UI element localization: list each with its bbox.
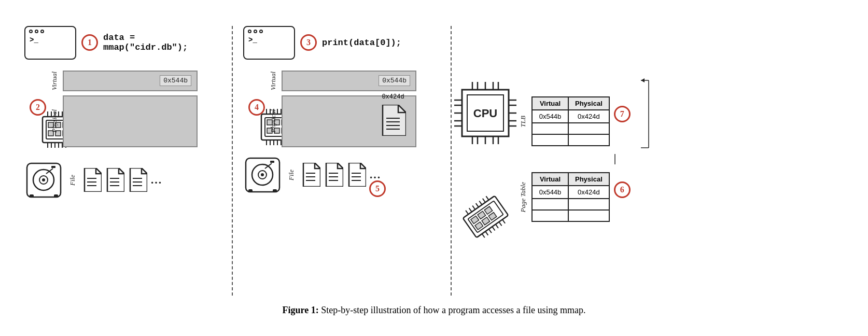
top-row-left: >_ 1 data = mmap("cidr.db"); — [24, 26, 221, 60]
terminal-dot-6 — [259, 30, 263, 33]
pt-row3-virtual — [532, 210, 568, 221]
physical-label-middle: Physical — [268, 109, 277, 133]
tlb-row2-virtual — [532, 123, 568, 134]
terminal-dot-3 — [40, 30, 44, 33]
code-line-2: print(data[0]); — [322, 38, 401, 48]
file-icons-left: … — [82, 168, 162, 192]
svg-line-122 — [499, 221, 501, 225]
main-container: >_ 1 data = mmap("cidr.db"); 2 Virtual 0… — [14, 21, 854, 316]
step-badge-6: 6 — [614, 181, 631, 198]
svg-line-123 — [502, 219, 505, 223]
virtual-addr-middle: 0x544b — [379, 75, 410, 86]
svg-point-23 — [42, 178, 45, 181]
svg-marker-36 — [130, 168, 147, 192]
pt-row1-virtual: 0x544b — [532, 186, 568, 199]
svg-line-110 — [466, 210, 468, 214]
hdd-area-left: File — [24, 161, 162, 200]
ram-icon-right — [457, 189, 514, 244]
svg-line-114 — [479, 201, 482, 204]
svg-line-111 — [469, 208, 471, 212]
file-label-middle: File — [287, 170, 296, 180]
svg-line-112 — [472, 205, 475, 209]
tlb-col1-header: Virtual — [532, 97, 568, 110]
hdd-icon-middle — [243, 156, 282, 194]
svg-marker-32 — [107, 168, 124, 192]
virtual-bar-left: 0x544b — [63, 71, 198, 91]
file-icon-6 — [346, 163, 366, 187]
step-badge-5: 5 — [369, 180, 386, 197]
page-table: Virtual Physical 0x544b 0x424d — [531, 172, 610, 222]
terminal-middle: >_ — [243, 26, 295, 60]
step-badge-7: 7 — [614, 106, 631, 122]
tlb-col2-header: Physical — [568, 97, 609, 110]
svg-rect-25 — [51, 166, 55, 168]
pt-col1-header: Virtual — [532, 173, 568, 186]
physical-row-middle: Physical 0x424d — [268, 95, 434, 147]
doc-in-physical: 0x424d — [380, 105, 406, 138]
file-icon-1 — [82, 168, 102, 192]
file-icon-3 — [128, 168, 147, 192]
hdd-icon-left — [24, 161, 63, 200]
svg-rect-72 — [273, 189, 277, 192]
pt-row1-physical: 0x424d — [568, 186, 609, 199]
svg-marker-77 — [326, 163, 343, 187]
virtual-addr-left: 0x544b — [160, 75, 191, 86]
code-line-1: data = mmap("cidr.db"); — [103, 33, 221, 52]
file-icons-middle: … — [301, 163, 381, 187]
file-icon-5 — [324, 163, 343, 187]
diagram-area: >_ 1 data = mmap("cidr.db"); 2 Virtual 0… — [14, 21, 854, 296]
physical-bar-middle: 0x424d — [282, 95, 416, 147]
virtual-label-left: Virtual — [49, 72, 59, 90]
svg-rect-127 — [474, 221, 483, 229]
terminal-cursor-left: >_ — [25, 35, 75, 45]
doc-icon-in-bar — [380, 105, 406, 136]
svg-line-115 — [482, 198, 485, 202]
page-table-wrapper: Page Table Virtual Physical 0x544b 0x424… — [519, 172, 623, 222]
svg-line-113 — [475, 203, 478, 207]
svg-line-118 — [485, 231, 488, 235]
figure-caption-text: Step-by-step illustration of how a progr… — [321, 305, 585, 315]
figure-caption: Figure 1: Step-by-step illustration of h… — [282, 305, 585, 316]
svg-marker-132 — [641, 78, 645, 82]
step-badge-4: 4 — [248, 99, 265, 116]
svg-text:CPU: CPU — [473, 107, 497, 120]
memory-section-middle: Virtual 0x544b Physical — [268, 71, 434, 147]
page-table-label: Page Table — [519, 182, 527, 212]
svg-rect-129 — [488, 212, 497, 220]
terminal-dot-2 — [35, 30, 38, 33]
terminal-dot-5 — [254, 30, 257, 33]
tlb-row2-physical — [568, 123, 609, 134]
svg-line-121 — [495, 224, 498, 228]
pt-row3-physical — [568, 210, 609, 221]
svg-rect-70 — [270, 161, 274, 163]
svg-rect-128 — [482, 217, 490, 225]
pt-row2-virtual — [532, 199, 568, 210]
memory-section-left: Virtual 0x544b Physical — [49, 71, 215, 147]
virtual-bar-middle: 0x544b — [282, 71, 416, 91]
hdd-area-middle: File — [243, 156, 381, 194]
svg-marker-81 — [349, 163, 366, 187]
svg-line-116 — [486, 196, 488, 200]
physical-label-left: Physical — [49, 109, 59, 133]
ellipsis-left: … — [150, 173, 162, 187]
tlb-row3-physical — [568, 134, 609, 146]
terminal-cursor-middle: >_ — [244, 35, 294, 45]
tlb-wrapper: TLB Virtual Physical 0x544b 0x424d — [519, 96, 623, 146]
pt-col2-header: Physical — [568, 173, 609, 186]
virtual-row-middle: Virtual 0x544b — [268, 71, 434, 91]
svg-line-119 — [488, 229, 491, 232]
virtual-row-left: Virtual 0x544b — [49, 71, 215, 91]
file-icon-4 — [301, 163, 320, 187]
section-right: CPU — [452, 21, 669, 296]
physical-addr-label: 0x424d — [382, 93, 404, 101]
figure-label: Figure 1: — [282, 305, 318, 315]
step-badge-1: 1 — [81, 34, 98, 51]
tlb-row1-physical: 0x424d — [568, 110, 609, 123]
section-left: >_ 1 data = mmap("cidr.db"); 2 Virtual 0… — [14, 21, 232, 296]
terminal-dot-1 — [29, 30, 33, 33]
virtual-label-middle: Virtual — [268, 72, 277, 90]
svg-rect-71 — [248, 189, 253, 192]
svg-rect-27 — [54, 194, 58, 198]
ellipsis-middle: … — [369, 168, 381, 181]
section-middle: >_ 3 print(data[0]); 4 Virtual 0x544b — [233, 21, 451, 296]
